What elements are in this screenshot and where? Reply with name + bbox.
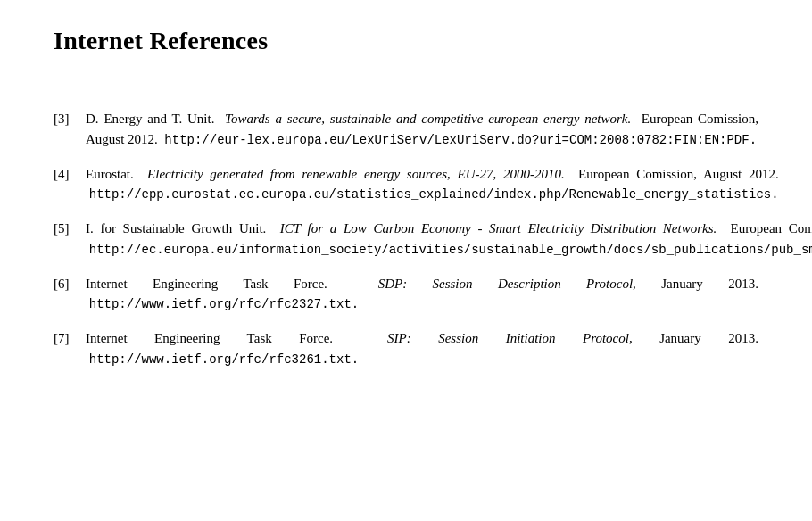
ref-url-7: http://www.ietf.org/rfc/rfc3261.txt. — [89, 352, 359, 367]
list-item: [4] Eurostat. Electricity generated from… — [54, 164, 758, 205]
ref-authors-6: Internet Engineering Task Force. — [86, 277, 327, 291]
page-title: Internet References — [54, 27, 758, 55]
ref-authors-7: Internet Engineering Task Force. — [86, 331, 333, 345]
ref-number-6: [6] — [54, 274, 86, 315]
ref-authors-5: I. for Sustainable Growth Unit. — [86, 221, 266, 236]
ref-content-7: Internet Engineering Task Force. SIP: Se… — [86, 328, 758, 369]
ref-number-3: [3] — [54, 109, 86, 150]
ref-title-6: SDP: Session Description Protocol — [378, 277, 633, 291]
ref-url-5: http://ec.europa.eu/information_society/… — [89, 243, 812, 257]
list-item: [6] Internet Engineering Task Force. SDP… — [54, 274, 758, 315]
ref-number-4: [4] — [54, 164, 86, 205]
ref-title-5: ICT for a Low Carbon Economy - Smart Ele… — [280, 221, 717, 236]
ref-publisher-5: European Comission, October 2012. — [731, 221, 812, 236]
list-item: [5] I. for Sustainable Growth Unit. ICT … — [54, 219, 758, 260]
ref-number-5: [5] — [54, 219, 86, 260]
ref-number-7: [7] — [54, 328, 86, 369]
references-list: [3] D. Energy and T. Unit. Towards a sec… — [54, 109, 758, 369]
ref-url-6: http://www.ietf.org/rfc/rfc2327.txt. — [89, 297, 359, 311]
ref-content-4: Eurostat. Electricity generated from ren… — [86, 164, 779, 205]
ref-title-4: Electricity generated from renewable ene… — [147, 167, 565, 181]
ref-url-3: http://eur-lex.europa.eu/LexUriServ/LexU… — [164, 133, 757, 147]
list-item: [7] Internet Engineering Task Force. SIP… — [54, 328, 758, 369]
ref-content-5: I. for Sustainable Growth Unit. ICT for … — [86, 219, 812, 260]
ref-publisher-6: , January 2013. — [633, 277, 758, 291]
ref-content-6: Internet Engineering Task Force. SDP: Se… — [86, 274, 758, 315]
ref-authors-3: D. Energy and T. Unit. — [86, 112, 214, 126]
list-item: [3] D. Energy and T. Unit. Towards a sec… — [54, 109, 758, 150]
ref-content-3: D. Energy and T. Unit. Towards a secure,… — [86, 109, 758, 150]
ref-publisher-7: , January 2013. — [629, 331, 758, 345]
ref-authors-4: Eurostat. — [86, 167, 134, 181]
ref-title-3: Towards a secure, sustainable and compet… — [225, 112, 631, 126]
ref-url-4: http://epp.eurostat.ec.europa.eu/statist… — [89, 187, 779, 202]
ref-publisher-4: European Comission, August 2012. — [578, 167, 779, 181]
ref-title-7: SIP: Session Initiation Protocol — [387, 331, 629, 345]
